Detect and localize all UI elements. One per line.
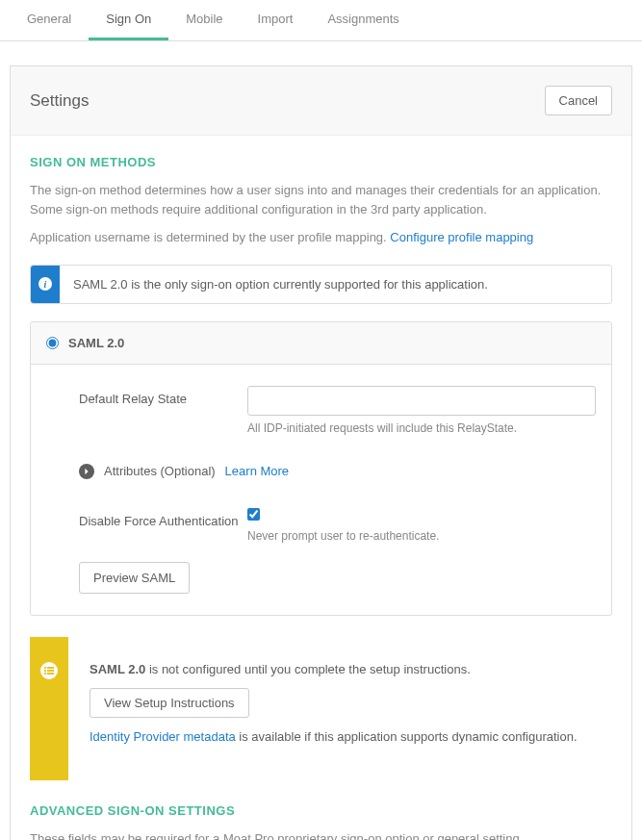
svg-rect-1	[47, 667, 54, 669]
saml-method-header: SAML 2.0	[31, 322, 611, 365]
signon-description-1: The sign-on method determines how a user…	[30, 181, 612, 218]
chevron-right-icon[interactable]	[79, 464, 94, 479]
warning-metadata-line: Identity Provider metadata is available …	[90, 729, 591, 744]
tab-import[interactable]: Import	[241, 0, 311, 40]
info-banner-text: SAML 2.0 is the only sign-on option curr…	[60, 266, 501, 303]
attributes-learn-more-link[interactable]: Learn More	[225, 464, 289, 478]
warning-icon-wrap	[30, 637, 68, 780]
cancel-button[interactable]: Cancel	[545, 86, 612, 115]
info-banner: i SAML 2.0 is the only sign-on option cu…	[30, 265, 612, 304]
warning-banner: SAML 2.0 is not configured until you com…	[30, 637, 612, 780]
advanced-section: ADVANCED SIGN-ON SETTINGS These fields m…	[30, 803, 612, 841]
saml-radio[interactable]	[46, 337, 59, 349]
svg-rect-4	[44, 673, 46, 675]
signon-desc2-text: Application username is determined by th…	[30, 230, 390, 244]
tab-sign-on[interactable]: Sign On	[89, 0, 168, 40]
warning-bold: SAML 2.0	[90, 662, 145, 676]
info-icon-wrap: i	[31, 266, 60, 303]
idp-metadata-link[interactable]: Identity Provider metadata	[90, 729, 236, 744]
advanced-description: These fields may be required for a Moat …	[30, 829, 612, 841]
svg-rect-2	[44, 670, 46, 672]
saml-method-box: SAML 2.0 Default Relay State All IDP-ini…	[30, 321, 612, 616]
configure-profile-mapping-link[interactable]: Configure profile mapping	[390, 230, 533, 244]
warning-text: is not configured until you complete the…	[145, 662, 470, 676]
svg-rect-5	[47, 673, 54, 675]
attributes-row: Attributes (Optional) Learn More	[79, 464, 596, 479]
relay-state-hint: All IDP-initiated requests will include …	[247, 421, 596, 435]
saml-method-label: SAML 2.0	[68, 336, 124, 350]
settings-title: Settings	[30, 91, 89, 111]
relay-state-row: Default Relay State All IDP-initiated re…	[79, 386, 596, 435]
disable-force-label: Disable Force Authentication	[79, 508, 247, 528]
saml-method-body: Default Relay State All IDP-initiated re…	[31, 365, 611, 615]
relay-state-input[interactable]	[247, 386, 596, 416]
relay-state-label: Default Relay State	[79, 386, 247, 406]
info-icon: i	[39, 277, 52, 291]
preview-saml-button[interactable]: Preview SAML	[79, 562, 190, 594]
tabs-bar: General Sign On Mobile Import Assignment…	[0, 0, 642, 41]
tab-assignments[interactable]: Assignments	[310, 0, 416, 40]
disable-force-hint: Never prompt user to re-authenticate.	[247, 529, 596, 543]
tab-mobile[interactable]: Mobile	[168, 0, 240, 40]
settings-panel: Settings Cancel SIGN ON METHODS The sign…	[10, 65, 632, 840]
attributes-label: Attributes (Optional)	[104, 464, 216, 478]
svg-rect-3	[47, 670, 54, 672]
settings-header: Settings Cancel	[30, 86, 612, 115]
tab-general[interactable]: General	[10, 0, 89, 40]
disable-force-row: Disable Force Authentication Never promp…	[79, 508, 596, 543]
view-setup-instructions-button[interactable]: View Setup Instructions	[90, 688, 249, 718]
warning-text-line: SAML 2.0 is not configured until you com…	[90, 662, 591, 676]
disable-force-checkbox[interactable]	[247, 508, 260, 521]
settings-content: SIGN ON METHODS The sign-on method deter…	[11, 135, 631, 840]
list-icon	[40, 662, 58, 679]
signon-description-2: Application username is determined by th…	[30, 228, 612, 247]
svg-rect-0	[44, 667, 46, 669]
advanced-heading: ADVANCED SIGN-ON SETTINGS	[30, 803, 612, 818]
signon-methods-heading: SIGN ON METHODS	[30, 155, 612, 169]
warning-suffix: is available if this application support…	[236, 729, 578, 744]
warning-body: SAML 2.0 is not configured until you com…	[68, 637, 612, 780]
